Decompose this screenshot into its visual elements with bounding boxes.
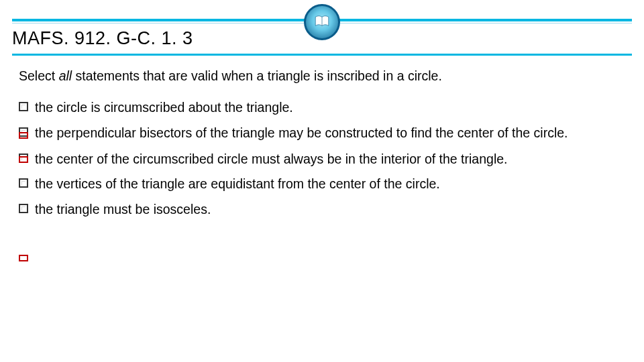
standard-code-title: MAFS. 912. G-C. 1. 3 xyxy=(12,28,193,49)
prompt-emphasis: all xyxy=(59,68,72,83)
option-1: the circle is circumscribed about the tr… xyxy=(19,99,625,116)
option-text: the circle is circumscribed about the tr… xyxy=(35,100,293,115)
prompt-post: statements that are valid when a triangl… xyxy=(72,68,442,83)
red-annotation-box xyxy=(19,255,28,261)
red-annotation-box xyxy=(19,156,28,163)
option-2: the perpendicular bisectors of the trian… xyxy=(19,125,625,141)
options-list: the circle is circumscribed about the tr… xyxy=(19,99,625,218)
option-text: the triangle must be isosceles. xyxy=(35,202,211,217)
prompt-pre: Select xyxy=(19,68,59,83)
checkbox-icon[interactable] xyxy=(19,204,28,213)
option-3: the center of the circumscribed circle m… xyxy=(19,151,625,168)
question-content: Select all statements that are valid whe… xyxy=(19,67,625,226)
option-text: the center of the circumscribed circle m… xyxy=(35,152,508,166)
option-text: the vertices of the triangle are equidis… xyxy=(35,176,440,191)
checkbox-icon[interactable] xyxy=(19,102,28,111)
option-4: the vertices of the triangle are equidis… xyxy=(19,176,625,192)
option-text: the perpendicular bisectors of the trian… xyxy=(35,125,568,140)
red-annotation-box xyxy=(19,132,28,139)
district-logo xyxy=(304,4,340,40)
option-5: the triangle must be isosceles. xyxy=(19,201,625,218)
checkbox-icon[interactable] xyxy=(19,178,28,188)
title-underline xyxy=(12,54,632,56)
question-prompt: Select all statements that are valid whe… xyxy=(19,67,625,84)
book-icon xyxy=(313,13,331,31)
